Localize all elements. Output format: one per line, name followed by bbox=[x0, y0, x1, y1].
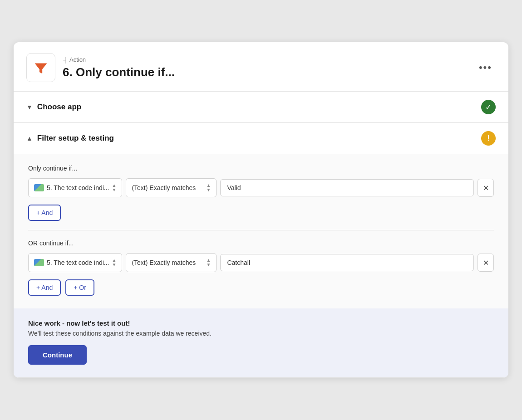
choose-app-status-badge: ✓ bbox=[481, 100, 496, 114]
condition1-value-input[interactable] bbox=[220, 179, 474, 196]
condition2-operator-select[interactable]: (Text) Exactly matches ▲ ▼ bbox=[126, 253, 217, 272]
test-title: Nice work - now let's test it out! bbox=[28, 319, 494, 327]
condition1-label: Only continue if... bbox=[28, 165, 494, 172]
condition2-or-button[interactable]: + Or bbox=[65, 279, 94, 296]
condition2-clear-button[interactable]: ✕ bbox=[478, 254, 494, 272]
step-dash-icon: --| bbox=[63, 56, 66, 63]
condition1-operator-spinner[interactable]: ▲ ▼ bbox=[207, 183, 211, 192]
condition1-btn-row: + And bbox=[28, 205, 494, 221]
condition1-row: 5. The text code indi... ▲ ▼ (Text) Exac… bbox=[28, 178, 494, 197]
choose-app-section: ▼ Choose app ✓ bbox=[14, 92, 508, 123]
choose-app-header-left: ▼ Choose app bbox=[26, 103, 81, 112]
conditions-divider bbox=[28, 230, 494, 230]
filter-setup-header-left: ▲ Filter setup & testing bbox=[26, 134, 114, 143]
funnel-icon bbox=[33, 59, 49, 76]
condition1-operator-text: (Text) Exactly matches bbox=[132, 184, 196, 191]
filter-setup-section: ▲ Filter setup & testing ! Only continue… bbox=[14, 123, 508, 378]
step-icon-2 bbox=[34, 259, 44, 266]
panel-title: 6. Only continue if... bbox=[63, 65, 175, 79]
warning-icon: ! bbox=[487, 134, 490, 143]
choose-app-chevron: ▼ bbox=[26, 103, 33, 111]
checkmark-icon: ✓ bbox=[485, 103, 492, 112]
condition1-operator-select[interactable]: (Text) Exactly matches ▲ ▼ bbox=[126, 178, 217, 197]
condition2-field-select[interactable]: 5. The text code indi... ▲ ▼ bbox=[28, 253, 122, 272]
condition2-operator-spinner[interactable]: ▲ ▼ bbox=[207, 258, 211, 267]
condition2-btn-row: + And + Or bbox=[28, 279, 494, 296]
panel-header: --| Action 6. Only continue if... ••• bbox=[14, 42, 508, 92]
filter-setup-content: Only continue if... 5. The text code ind… bbox=[14, 154, 508, 308]
condition1-field-spinner[interactable]: ▲ ▼ bbox=[112, 183, 117, 192]
condition2-field-spinner[interactable]: ▲ ▼ bbox=[112, 258, 117, 267]
condition1-and-button[interactable]: + And bbox=[28, 205, 61, 221]
app-icon-box bbox=[26, 53, 55, 82]
more-options-button[interactable]: ••• bbox=[475, 60, 496, 75]
header-title-area: --| Action 6. Only continue if... bbox=[63, 56, 175, 79]
condition2-operator-text: (Text) Exactly matches bbox=[132, 259, 196, 266]
test-description: We'll test these conditions against the … bbox=[28, 330, 494, 337]
header-left: --| Action 6. Only continue if... bbox=[26, 53, 175, 82]
continue-button[interactable]: Continue bbox=[28, 345, 87, 365]
action-label-row: --| Action bbox=[63, 56, 175, 63]
choose-app-title: Choose app bbox=[37, 103, 81, 112]
action-label: Action bbox=[69, 56, 86, 63]
choose-app-header[interactable]: ▼ Choose app ✓ bbox=[14, 92, 508, 122]
filter-setup-header[interactable]: ▲ Filter setup & testing ! bbox=[14, 123, 508, 154]
main-panel: --| Action 6. Only continue if... ••• ▼ … bbox=[14, 42, 508, 378]
condition2-row: 5. The text code indi... ▲ ▼ (Text) Exac… bbox=[28, 253, 494, 272]
condition2-value-input[interactable] bbox=[220, 254, 474, 271]
filter-setup-title: Filter setup & testing bbox=[37, 134, 114, 143]
condition1-field-select[interactable]: 5. The text code indi... ▲ ▼ bbox=[28, 178, 122, 197]
filter-setup-chevron: ▲ bbox=[26, 135, 33, 142]
condition2-label: OR continue if... bbox=[28, 239, 494, 247]
condition1-field-text: 5. The text code indi... bbox=[47, 184, 109, 191]
condition2-field-text: 5. The text code indi... bbox=[47, 259, 109, 266]
filter-setup-status-badge: ! bbox=[481, 131, 496, 146]
condition1-clear-button[interactable]: ✕ bbox=[478, 179, 494, 197]
step-icon-1 bbox=[34, 184, 44, 191]
test-section: Nice work - now let's test it out! We'll… bbox=[14, 308, 508, 377]
condition2-and-button[interactable]: + And bbox=[28, 279, 61, 296]
